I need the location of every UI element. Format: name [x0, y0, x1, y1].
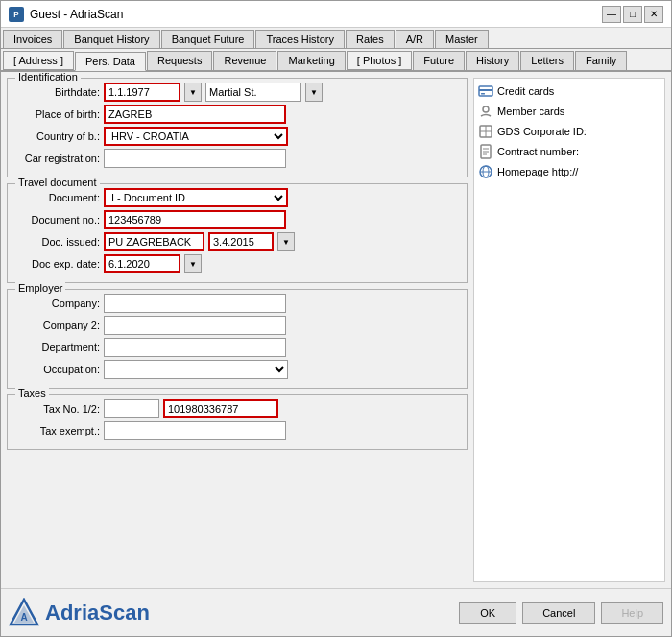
logo-area: A AdriaScan	[9, 598, 150, 628]
svg-point-5	[483, 106, 489, 112]
placebirth-label: Place of birth:	[13, 108, 100, 120]
department-row: Department:	[13, 338, 461, 357]
tab-future[interactable]: Future	[413, 51, 465, 70]
docissued-date-input[interactable]	[208, 232, 274, 251]
identification-group: Identification Birthdate: ▼ ▼ Place of b…	[7, 78, 468, 177]
tab-address[interactable]: [ Address ]	[3, 51, 74, 70]
occupation-label: Occupation:	[13, 364, 100, 375]
docissued-place-input[interactable]	[104, 232, 204, 251]
tab-family[interactable]: Family	[575, 51, 627, 70]
logo-icon: A	[9, 598, 39, 628]
globe-icon	[478, 164, 493, 179]
contract-label: Contract number:	[497, 146, 579, 157]
close-button[interactable]: ✕	[644, 6, 663, 23]
birthdate-dropdown-btn[interactable]: ▼	[184, 83, 202, 102]
member-cards-label: Member cards	[497, 106, 564, 117]
tab-master[interactable]: Master	[435, 30, 489, 48]
taxexempt-row: Tax exempt.:	[13, 421, 461, 440]
company-label: Company:	[13, 297, 100, 309]
taxes-label: Taxes	[15, 388, 49, 399]
carreg-row: Car registration:	[13, 149, 461, 168]
title-controls: — □ ✕	[602, 6, 663, 23]
country-label: Country of b.:	[13, 130, 100, 142]
taxno-input2[interactable]	[163, 399, 278, 418]
placebirth-row: Place of birth:	[13, 105, 461, 124]
tab-requests[interactable]: Requests	[147, 51, 212, 70]
tab-banquet-history[interactable]: Banquet History	[63, 30, 159, 48]
docno-label: Document no.:	[13, 214, 100, 225]
travel-document-group: Travel document Document: I - Document I…	[7, 183, 468, 283]
contract-item[interactable]: Contract number:	[478, 143, 660, 160]
department-label: Department:	[13, 342, 100, 353]
tab-ar[interactable]: A/R	[396, 30, 434, 48]
docno-row: Document no.:	[13, 210, 461, 229]
tab-revenue[interactable]: Revenue	[213, 51, 276, 70]
maximize-button[interactable]: □	[623, 6, 642, 23]
document-label: Document:	[13, 192, 100, 203]
docissued-row: Doc. issued: ▼	[13, 232, 461, 251]
tab-banquet-future[interactable]: Banquet Future	[161, 30, 255, 48]
minimize-button[interactable]: —	[602, 6, 621, 23]
travel-document-label: Travel document	[15, 177, 100, 188]
docexp-row: Doc exp. date: ▼	[13, 254, 461, 273]
docissued-date-btn[interactable]: ▼	[277, 232, 295, 251]
homepage-item[interactable]: Homepage http://	[478, 163, 660, 180]
docexp-label: Doc exp. date:	[13, 258, 100, 270]
birthdate-input[interactable]	[104, 83, 180, 102]
docissued-label: Doc. issued:	[13, 236, 100, 248]
window-title: Guest - AdriaScan	[30, 8, 123, 21]
docno-input[interactable]	[104, 210, 286, 229]
tab-history[interactable]: History	[466, 51, 519, 70]
gds-label: GDS Corporate ID:	[497, 126, 587, 137]
bottom-bar: A AdriaScan OK Cancel Help	[1, 588, 671, 636]
svg-text:P: P	[13, 11, 19, 19]
taxno-row: Tax No. 1/2:	[13, 399, 461, 418]
tab-invoices[interactable]: Invoices	[3, 30, 62, 48]
homepage-label: Homepage http://	[497, 166, 578, 177]
docexp-date-btn[interactable]: ▼	[184, 254, 202, 273]
tab-pers-data[interactable]: Pers. Data	[75, 52, 146, 71]
taxexempt-label: Tax exempt.:	[13, 425, 100, 436]
ok-button[interactable]: OK	[459, 602, 516, 624]
tab-photos[interactable]: [ Photos ]	[347, 51, 412, 70]
svg-rect-4	[481, 93, 485, 95]
tab-row-1: Invoices Banquet History Banquet Future …	[1, 28, 671, 49]
employer-group: Employer Company: Company 2: Department:…	[7, 289, 468, 389]
app-icon: P	[9, 7, 24, 22]
member-cards-item[interactable]: Member cards	[478, 103, 660, 120]
tab-marketing[interactable]: Marketing	[277, 51, 345, 70]
birthdate-row: Birthdate: ▼ ▼	[13, 83, 461, 102]
credit-card-icon	[478, 83, 493, 99]
taxes-group: Taxes Tax No. 1/2: Tax exempt.:	[7, 394, 468, 450]
gds-item[interactable]: GDS Corporate ID:	[478, 123, 660, 140]
country-select[interactable]: HRV - CROATIA	[104, 127, 288, 146]
right-panel: Credit cards Member cards	[473, 78, 665, 582]
department-input[interactable]	[104, 338, 286, 357]
main-window: P Guest - AdriaScan — □ ✕ Invoices Banqu…	[0, 0, 672, 637]
docexp-input[interactable]	[104, 254, 180, 273]
help-button[interactable]: Help	[601, 602, 663, 624]
taxexempt-input[interactable]	[104, 421, 286, 440]
tab-traces-history[interactable]: Traces History	[255, 30, 345, 48]
martial-input[interactable]	[205, 83, 301, 102]
svg-text:A: A	[20, 612, 27, 623]
company2-label: Company 2:	[13, 319, 100, 331]
credit-cards-item[interactable]: Credit cards	[478, 83, 660, 100]
company2-input[interactable]	[104, 316, 286, 335]
logo-text: AdriaScan	[45, 601, 150, 625]
company-input[interactable]	[104, 294, 286, 313]
tab-rates[interactable]: Rates	[346, 30, 395, 48]
birthdate-label: Birthdate:	[13, 86, 100, 98]
carreg-input[interactable]	[104, 149, 286, 168]
taxno-input1[interactable]	[104, 399, 159, 418]
company-row: Company:	[13, 294, 461, 313]
bottom-buttons: OK Cancel Help	[459, 602, 663, 624]
company2-row: Company 2:	[13, 316, 461, 335]
placebirth-input[interactable]	[104, 105, 286, 124]
martial-dropdown-btn[interactable]: ▼	[305, 83, 323, 102]
occupation-row: Occupation:	[13, 360, 461, 379]
document-select[interactable]: I - Document ID	[104, 188, 288, 207]
tab-letters[interactable]: Letters	[520, 51, 574, 70]
cancel-button[interactable]: Cancel	[522, 602, 595, 624]
occupation-select[interactable]	[104, 360, 288, 379]
